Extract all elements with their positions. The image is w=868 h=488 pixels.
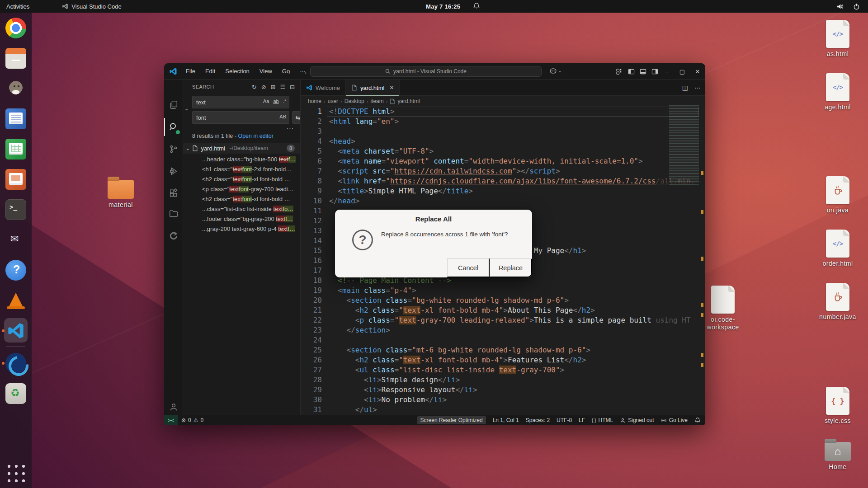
code-line-20[interactable]: 20 <section class="bg-white rounded-lg s… xyxy=(301,296,705,305)
command-center-search[interactable]: yard.html - Visual Studio Code xyxy=(310,66,542,77)
search-result-row[interactable]: ...header class="bg-blue-500 textf… xyxy=(183,155,300,164)
notification-bell-icon[interactable] xyxy=(473,2,480,9)
problems-indicator[interactable]: ⊗0 ⚠0 xyxy=(181,417,203,423)
search-icon[interactable] xyxy=(164,118,183,136)
search-result-row[interactable]: <p class="textfont-gray-700 leadi… xyxy=(183,184,300,194)
breadcrumb-item[interactable]: Desktop xyxy=(344,98,364,104)
dock-item-files[interactable] xyxy=(0,43,32,73)
browser-extension-icon[interactable] xyxy=(164,227,183,245)
toggle-search-details-icon[interactable]: ··· xyxy=(287,125,294,131)
dock-item-sync[interactable] xyxy=(0,348,32,378)
replace-all-button[interactable]: ⇆ xyxy=(292,111,301,124)
dock-item-calc[interactable] xyxy=(0,134,32,164)
open-search-editor-icon[interactable]: ⊞ xyxy=(271,84,276,90)
go-live-button[interactable]: Go Live xyxy=(661,417,688,423)
desktop-icon-order-html[interactable]: </>order.html xyxy=(811,230,864,267)
search-result-row[interactable]: ...class="list-disc list-inside textfo… xyxy=(183,204,300,214)
language-mode-status[interactable]: { } HTML xyxy=(592,417,613,423)
code-line-9[interactable]: 9 <title>Simple HTML Page</title> xyxy=(301,186,705,196)
clear-results-icon[interactable]: ⊘ xyxy=(261,84,266,90)
desktop-icon-as-html[interactable]: </>as.html xyxy=(811,20,864,58)
tab-welcome[interactable]: Welcome xyxy=(301,80,346,96)
desktop-icon-age-html[interactable]: </>age.html xyxy=(811,73,864,111)
collapse-all-icon[interactable]: ⊟ xyxy=(290,84,295,90)
toggle-panel-icon[interactable] xyxy=(640,68,646,75)
dock-item-terminal[interactable] xyxy=(0,194,32,225)
code-line-7[interactable]: 7 <script src="https://cdn.tailwindcss.c… xyxy=(301,166,705,176)
replace-button[interactable]: Replace xyxy=(490,258,532,277)
toggle-replace-chevron-icon[interactable]: ⌄ xyxy=(184,106,189,112)
dock-item-vscode[interactable] xyxy=(0,315,32,346)
code-line-24[interactable]: 24 xyxy=(301,335,705,345)
notifications-bell-icon[interactable] xyxy=(694,417,701,423)
minimap[interactable] xyxy=(669,105,699,186)
code-line-29[interactable]: 29 <li>Responsive layout</li> xyxy=(301,385,705,395)
cancel-button[interactable]: Cancel xyxy=(447,258,490,277)
maximize-button[interactable]: ▢ xyxy=(679,68,686,75)
extensions-icon[interactable] xyxy=(164,184,183,202)
whole-word-icon[interactable]: ab xyxy=(272,98,279,104)
tab-yard-html[interactable]: yard.html ✕ xyxy=(346,80,400,96)
chevron-down-icon[interactable]: ⌄ xyxy=(186,146,189,151)
indentation-status[interactable]: Spaces: 2 xyxy=(526,417,550,423)
power-icon[interactable] xyxy=(853,3,860,10)
open-in-editor-link[interactable]: Open in editor xyxy=(238,133,274,139)
eol-status[interactable]: LF xyxy=(579,417,585,423)
explorer-icon[interactable] xyxy=(164,96,183,114)
desktop-icon-style-css[interactable]: { }style.css xyxy=(811,387,864,425)
result-file-row[interactable]: ⌄ yard.html ~/Desktop/iteam 8 xyxy=(183,143,300,154)
code-line-26[interactable]: 26 <h2 class="text-xl font-bold mb-4">Fe… xyxy=(301,355,705,365)
screen-reader-status[interactable]: Screen Reader Optimized xyxy=(417,416,486,424)
code-line-6[interactable]: 6 <meta name="viewport" content="width=d… xyxy=(301,156,705,166)
forward-icon[interactable]: → xyxy=(301,68,308,75)
code-line-30[interactable]: 30 <li>No problem</li> xyxy=(301,395,705,405)
dock-item-impress[interactable] xyxy=(0,164,32,194)
code-line-19[interactable]: 19 <main class="p-4"> xyxy=(301,286,705,296)
code-line-25[interactable]: 25 <section class="mt-6 bg-white rounded… xyxy=(301,345,705,355)
dock-item-thunderbird[interactable] xyxy=(0,225,32,255)
account-status[interactable]: Signed out xyxy=(620,417,654,423)
breadcrumb-item[interactable]: user xyxy=(328,98,338,104)
regex-icon[interactable]: .* xyxy=(282,98,287,104)
run-debug-icon[interactable] xyxy=(164,162,183,180)
search-result-row[interactable]: ...gray-200 text-gray-600 p-4 textf… xyxy=(183,224,300,234)
overview-ruler[interactable] xyxy=(700,80,704,415)
breadcrumb-item[interactable]: iteam xyxy=(370,98,383,104)
search-result-row[interactable]: <h2 class="textfont-xl font-bold … xyxy=(183,194,300,204)
titlebar[interactable]: FileEditSelectionViewGo··· ← → yard.html… xyxy=(164,63,705,80)
toggle-sidebar-icon[interactable] xyxy=(628,68,635,75)
copilot-icon[interactable]: ⌄ xyxy=(549,67,562,75)
volume-icon[interactable] xyxy=(836,3,844,10)
search-result-row[interactable]: <h1 class="textfont-2xl font-bold… xyxy=(183,164,300,174)
code-line-22[interactable]: 22 <p class="text-gray-700 leading-relax… xyxy=(301,315,705,325)
cursor-position-status[interactable]: Ln 1, Col 1 xyxy=(493,417,519,423)
dock-item-vlc[interactable] xyxy=(0,285,32,315)
view-as-list-icon[interactable]: ☰ xyxy=(280,84,285,90)
code-line-2[interactable]: 2<html lang="en"> xyxy=(301,117,705,127)
menu-file[interactable]: File xyxy=(182,66,199,76)
code-line-8[interactable]: 8 <link href="https://cdnjs.cloudflare.c… xyxy=(301,176,705,186)
desktop-icon-number-java[interactable]: number.java xyxy=(811,283,864,321)
source-control-icon[interactable] xyxy=(164,140,183,158)
refresh-icon[interactable]: ↻ xyxy=(252,84,257,90)
menu-view[interactable]: View xyxy=(255,66,276,76)
code-line-28[interactable]: 28 <li>Simple design</li> xyxy=(301,375,705,385)
close-tab-icon[interactable]: ✕ xyxy=(389,84,394,91)
encoding-status[interactable]: UTF-8 xyxy=(557,417,572,423)
dock-item-trash[interactable] xyxy=(0,378,32,408)
back-icon[interactable]: ← xyxy=(287,68,294,75)
preserve-case-icon[interactable]: AB xyxy=(278,113,287,120)
code-line-1[interactable]: 1<!DOCTYPE html> xyxy=(301,107,705,117)
remote-indicator[interactable]: >< xyxy=(164,415,178,425)
code-line-5[interactable]: 5 <meta charset="UTF-8"> xyxy=(301,146,705,156)
breadcrumb-item[interactable]: yard.html xyxy=(397,98,420,104)
code-line-21[interactable]: 21 <h2 class="text-xl font-bold mb-4">Ab… xyxy=(301,305,705,315)
search-result-row[interactable]: <h2 class="textfont-xl font-bold … xyxy=(183,174,300,184)
close-button[interactable]: ✕ xyxy=(694,68,701,75)
breadcrumb-item[interactable]: home xyxy=(308,98,321,104)
split-editor-icon[interactable]: ◫ xyxy=(682,84,688,91)
code-line-23[interactable]: 23 </section> xyxy=(301,325,705,335)
desktop-icon-on-java[interactable]: on.java xyxy=(811,176,864,214)
code-line-27[interactable]: 27 <ul class="list-disc list-inside text… xyxy=(301,365,705,375)
accounts-icon[interactable] xyxy=(164,398,183,416)
